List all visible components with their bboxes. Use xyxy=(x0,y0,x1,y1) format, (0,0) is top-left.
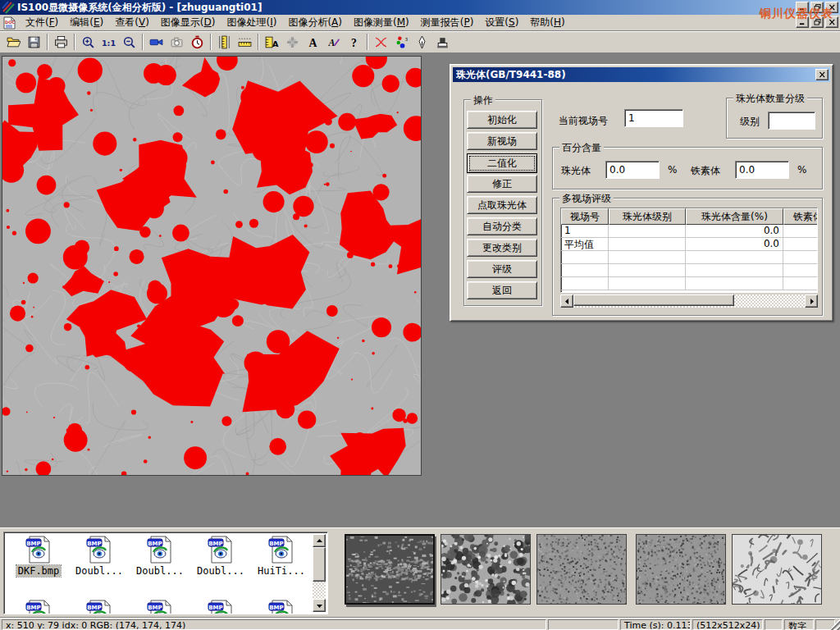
thumbnail-5[interactable] xyxy=(732,534,822,605)
percent-group: 百分含量 珠光体 0.0 % 铁素体 0.0 % xyxy=(552,147,823,189)
table-row[interactable]: 10.0 xyxy=(561,225,817,238)
curve-icon[interactable] xyxy=(371,33,391,52)
hscroll-thumb[interactable] xyxy=(573,294,734,306)
zoom-in-icon[interactable] xyxy=(78,33,98,52)
table-column-header[interactable]: 珠光体含量(%) xyxy=(686,208,783,225)
file-item-5[interactable]: BMPHuiTi... xyxy=(252,536,311,577)
dialog-button-1[interactable]: 初始化 xyxy=(467,111,537,129)
menu-bar: DOC 文件(F)编辑(E)查看(V)图像显示(D)图像处理(I)图像分析(A)… xyxy=(0,15,840,31)
save-icon[interactable] xyxy=(24,33,44,52)
table-row[interactable]: 平均值0.0 xyxy=(561,238,817,251)
file-name: HuiTi... xyxy=(256,565,307,577)
brush-icon[interactable] xyxy=(432,33,453,52)
measure-text-icon[interactable]: A xyxy=(262,33,282,52)
operation-group-label: 操作 xyxy=(471,94,495,107)
table-row[interactable] xyxy=(561,277,817,290)
color-dots-icon[interactable]: 3 xyxy=(391,33,412,52)
scroll-up-button[interactable] xyxy=(313,534,326,547)
dialog-button-5[interactable]: 点取珠光体 xyxy=(467,196,537,214)
file-list-vscrollbar[interactable] xyxy=(313,534,326,612)
status-panel-4: (512x512x24) xyxy=(692,619,763,630)
hscroll-track[interactable] xyxy=(573,294,805,308)
document-icon[interactable]: DOC xyxy=(2,16,16,30)
pen-icon[interactable] xyxy=(412,33,432,52)
menu-item-4[interactable]: 图像显示(D) xyxy=(155,15,221,30)
file-item-row2-2[interactable]: BMP xyxy=(70,600,129,614)
file-item-row2-5[interactable]: BMP xyxy=(252,600,311,614)
zoom-out-icon[interactable] xyxy=(119,33,139,52)
file-item-row2-1[interactable]: BMP xyxy=(9,600,68,614)
help-icon[interactable]: ? xyxy=(344,33,364,52)
table-row[interactable] xyxy=(561,251,817,264)
menu-item-3[interactable]: 查看(V) xyxy=(109,15,155,30)
window-title: IS100显微摄像系统(金相分析版) - [zhuguangti01] xyxy=(17,1,262,15)
pearlite-input[interactable]: 0.0 xyxy=(605,161,660,179)
video-camera-icon[interactable] xyxy=(146,33,167,52)
actual-size-icon[interactable]: 1:1 xyxy=(98,33,119,52)
table-column-header[interactable]: 珠光体级别 xyxy=(609,208,686,225)
ferrite-percent-sign: % xyxy=(797,164,806,176)
resize-grip[interactable] xyxy=(829,619,840,630)
scroll-right-button[interactable] xyxy=(805,294,818,308)
table-column-header[interactable]: 视场号 xyxy=(561,208,609,225)
dialog-button-9[interactable]: 返回 xyxy=(467,281,537,299)
text-style-icon[interactable]: A xyxy=(323,33,344,52)
vendor-watermark: 铜川仪器仪表 xyxy=(760,7,833,21)
dialog-button-3[interactable]: 二值化 xyxy=(467,153,537,173)
font-icon[interactable]: A xyxy=(303,33,323,52)
timer-icon[interactable] xyxy=(187,33,208,52)
dialog-title-bar[interactable]: 珠光体(GB/T9441-88) xyxy=(453,67,830,82)
svg-text:BMP: BMP xyxy=(26,541,40,547)
dialog-button-4[interactable]: 修正 xyxy=(467,175,537,193)
file-item-row2-4[interactable]: BMP xyxy=(191,600,250,614)
file-name: Doubl... xyxy=(135,565,185,577)
menu-item-1[interactable]: 文件(F) xyxy=(20,15,64,30)
dialog-button-6[interactable]: 自动分类 xyxy=(467,217,537,235)
dialog-button-8[interactable]: 评级 xyxy=(467,260,537,278)
print-icon[interactable] xyxy=(51,33,71,52)
menu-item-6[interactable]: 图像分析(A) xyxy=(282,15,348,30)
dialog-button-2[interactable]: 新视场 xyxy=(467,132,537,150)
menu-item-10[interactable]: 帮助(H) xyxy=(524,15,570,30)
table-hscrollbar[interactable] xyxy=(560,294,818,308)
micrograph-image[interactable] xyxy=(2,56,422,476)
caliper-icon[interactable] xyxy=(214,33,235,52)
table-cell xyxy=(686,251,783,264)
open-icon[interactable] xyxy=(3,33,24,52)
multifield-table[interactable]: 视场号珠光体级别珠光体含量(%)铁素体10.0平均值0.0 xyxy=(560,208,818,293)
scroll-left-button[interactable] xyxy=(560,294,573,308)
ferrite-input[interactable]: 0.0 xyxy=(735,161,789,179)
table-column-header[interactable]: 铁素体 xyxy=(783,208,818,225)
table-cell: 平均值 xyxy=(561,238,609,251)
table-row[interactable] xyxy=(561,264,817,277)
dialog-button-7[interactable]: 更改类别 xyxy=(467,239,537,257)
file-item-row2-3[interactable]: BMP xyxy=(130,600,189,614)
menu-item-7[interactable]: 图像测量(M) xyxy=(348,15,415,30)
file-item-3[interactable]: BMPDoubl... xyxy=(130,536,189,577)
scroll-down-button[interactable] xyxy=(313,599,326,612)
grid-icon[interactable] xyxy=(282,33,303,52)
table-cell xyxy=(783,238,818,251)
file-listbox[interactable]: BMPBMPBMPBMPBMPBMPHuiTi...BMPDoubl...BMP… xyxy=(3,532,328,614)
toolbar: 1:1AAA?3 xyxy=(0,31,840,53)
thumbnail-2[interactable] xyxy=(441,534,531,605)
thumbnail-4[interactable] xyxy=(636,534,726,605)
pearlite-dialog: 珠光体(GB/T9441-88) 操作 当前视场号 1 珠光体数量分级 级别 百… xyxy=(450,64,833,322)
file-item-4[interactable]: BMPDoubl... xyxy=(191,536,250,577)
menu-item-9[interactable]: 设置(S) xyxy=(479,15,524,30)
dialog-close-button[interactable] xyxy=(815,69,829,80)
current-field-input[interactable]: 1 xyxy=(624,109,683,127)
menu-item-2[interactable]: 编辑(E) xyxy=(64,15,109,30)
file-item-2[interactable]: BMPDoubl... xyxy=(70,536,129,577)
vscroll-thumb[interactable] xyxy=(313,547,326,582)
thumbnail-1[interactable] xyxy=(345,534,435,605)
ruler-icon[interactable] xyxy=(235,33,255,52)
table-cell xyxy=(686,264,783,277)
level-input[interactable] xyxy=(768,112,815,130)
menu-item-5[interactable]: 图像处理(I) xyxy=(221,15,282,30)
file-item-1[interactable]: BMPDKF.bmp xyxy=(9,536,68,577)
camera-icon[interactable] xyxy=(167,33,187,52)
table-cell xyxy=(609,238,686,251)
thumbnail-3[interactable] xyxy=(536,534,627,605)
menu-item-8[interactable]: 测量报告(P) xyxy=(415,15,480,30)
